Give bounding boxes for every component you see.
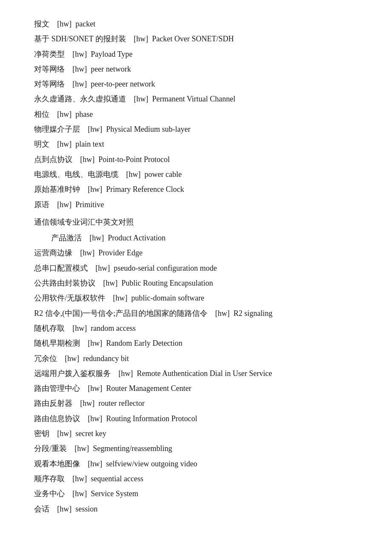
list-item: 顺序存取 [hw] sequential access [34,472,366,486]
list-item: 明文 [hw] plain text [34,137,366,151]
list-item: 产品激活 [hw] Product Activation [34,231,366,245]
list-item: 分段/重装 [hw] Segmenting/reassembling [34,442,366,456]
list-item: 随机存取 [hw] random access [34,321,366,335]
list-item: 净荷类型 [hw] Payload Type [34,47,366,61]
list-item: 点到点协议 [hw] Point-to-Point Protocol [34,153,366,167]
list-item: 物理媒介子层 [hw] Physical Medium sub-layer [34,122,366,136]
list-item: R2 信令,(中国)一号信令;产品目的地国家的随路信令 [hw] R2 sign… [34,306,366,321]
list-item: 报文 [hw] packet [34,17,366,31]
page-content: 报文 [hw] packet基于 SDH/SONET 的报封装 [hw] Pac… [34,17,366,516]
list-item: 基于 SDH/SONET 的报封装 [hw] Packet Over SONET… [34,32,366,46]
list-item: 原语 [hw] Primitive [34,198,366,212]
list-item: 路由管理中心 [hw] Router Management Center [34,382,366,396]
list-item: 原始基准时钟 [hw] Primary Reference Clock [34,182,366,197]
list-item: 相位 [hw] phase [34,107,366,121]
list-item: 密钥 [hw] secret key [34,427,366,441]
list-item: 永久虚通路、永久虚拟通道 [hw] Permanent Virtual Chan… [34,92,366,106]
list-item: 通信领域专业词汇中英文对照 [34,215,366,229]
list-item: 观看本地图像 [hw] selfview/view outgoing video [34,457,366,471]
list-item: 路由信息协议 [hw] Routing Information Protocol [34,412,366,426]
list-item: 对等网络 [hw] peer-to-peer network [34,77,366,91]
list-item: 公用软件/无版权软件 [hw] public-domain software [34,291,366,305]
list-item: 运营商边缘 [hw] Provider Edge [34,246,366,260]
entries-container: 报文 [hw] packet基于 SDH/SONET 的报封装 [hw] Pac… [34,17,366,516]
list-item: 随机早期检测 [hw] Random Early Detection [34,336,366,350]
list-item: 远端用户拨入鉴权服务 [hw] Remote Authentication Di… [34,367,366,381]
list-item: 对等网络 [hw] peer network [34,62,366,76]
list-item: 冗余位 [hw] redundancy bit [34,352,366,366]
list-item: 业务中心 [hw] Service System [34,487,366,501]
list-item: 会话 [hw] session [34,502,366,516]
list-item: 总串口配置模式 [hw] pseudo-serial configuration… [34,261,366,275]
list-item: 电源线、电线、电源电缆 [hw] power cable [34,168,366,182]
list-item: 公共路由封装协议 [hw] Public Routing Encapsulati… [34,276,366,290]
list-item: 路由反射器 [hw] router reflector [34,396,366,410]
